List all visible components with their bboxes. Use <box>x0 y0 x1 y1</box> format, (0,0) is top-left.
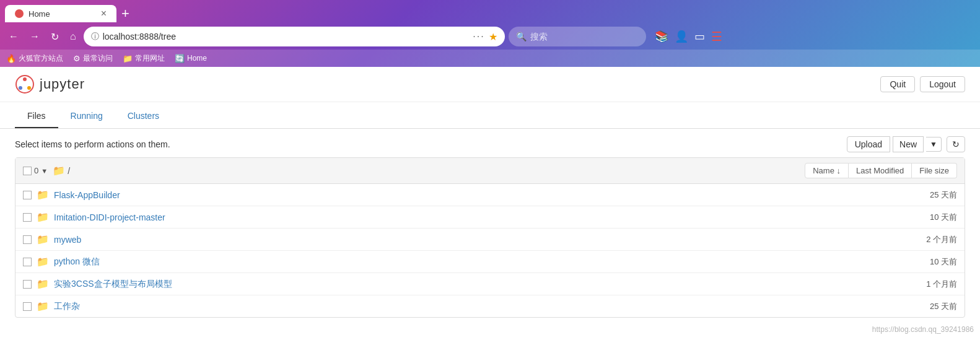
select-all-area: 0 ▼ <box>23 166 48 175</box>
refresh-button[interactable]: ↻ <box>47 28 63 45</box>
file-checkbox-0[interactable] <box>23 191 32 199</box>
file-checkbox-2[interactable] <box>23 235 32 244</box>
forward-button[interactable]: → <box>26 28 43 45</box>
content-area: Select items to perform actions on them.… <box>0 129 980 318</box>
address-bar-wrapper: ⓘ ··· ★ <box>84 27 505 46</box>
quit-button[interactable]: Quit <box>880 76 915 92</box>
account-icon[interactable]: 👤 <box>675 30 688 43</box>
tab-favicon-icon <box>15 9 24 18</box>
jupyter-header: jupyter Quit Logout <box>0 67 980 102</box>
jupyter-logo: jupyter <box>15 74 85 94</box>
file-date-2: 2 个月前 <box>908 234 957 245</box>
bookmarks-bar: 🔥 火狐官方站点 ⚙ 最常访问 📁 常用网址 🔄 Home <box>0 50 980 67</box>
search-bar-wrapper: 🔍 <box>509 27 646 46</box>
file-checkbox-3[interactable] <box>23 258 32 266</box>
file-date-0: 25 天前 <box>908 190 957 201</box>
address-input[interactable] <box>103 32 470 41</box>
file-link-1[interactable]: Imitation-DIDI-project-master <box>54 212 903 222</box>
new-dropdown-button[interactable]: ▼ <box>926 137 942 152</box>
file-link-2[interactable]: myweb <box>54 235 903 245</box>
visited-icon: ⚙ <box>73 54 81 63</box>
table-row: 📁 Flask-AppBuilder 25 天前 <box>15 184 965 206</box>
file-link-5[interactable]: 工作杂 <box>54 301 903 312</box>
sort-buttons: Name ↓ Last Modified File size <box>805 163 957 178</box>
menu-icon[interactable]: ☰ <box>711 29 722 44</box>
select-all-checkbox[interactable] <box>23 167 32 175</box>
fox-icon: 🔥 <box>6 54 16 63</box>
table-header: 0 ▼ 📁 / Name ↓ Last Modified File size <box>15 158 965 184</box>
tab-close-icon[interactable]: × <box>101 9 107 19</box>
tabs-bar: Files Running Clusters <box>0 105 980 129</box>
file-link-3[interactable]: python 微信 <box>54 256 903 268</box>
file-date-5: 25 天前 <box>908 301 957 312</box>
bookmark-foxfire[interactable]: 🔥 火狐官方站点 <box>6 53 63 64</box>
file-date-4: 1 个月前 <box>908 279 957 290</box>
new-tab-button[interactable]: + <box>121 7 129 20</box>
home-bookmark-icon: 🔄 <box>175 54 185 63</box>
back-button[interactable]: ← <box>5 28 22 45</box>
more-icon[interactable]: ··· <box>473 31 484 42</box>
table-row: 📁 Imitation-DIDI-project-master 10 天前 <box>15 206 965 229</box>
folder-icon-3: 📁 <box>37 256 49 268</box>
sort-name-button[interactable]: Name ↓ <box>805 163 849 178</box>
table-row: 📁 工作杂 25 天前 <box>15 295 965 317</box>
svg-point-3 <box>19 86 22 90</box>
bookmark-common[interactable]: 📁 常用网址 <box>123 53 165 64</box>
folder-icon-2: 📁 <box>37 233 49 245</box>
library-icon[interactable]: 📚 <box>655 30 668 43</box>
file-checkbox-4[interactable] <box>23 280 32 289</box>
bookmark-home-label: Home <box>187 54 207 63</box>
bookmark-common-label: 常用网址 <box>135 53 165 64</box>
sort-size-button[interactable]: File size <box>912 163 957 178</box>
content-toolbar: Select items to perform actions on them.… <box>15 129 965 157</box>
sidebar-icon[interactable]: ▭ <box>694 30 705 43</box>
jupyter-title: jupyter <box>40 76 85 92</box>
home-button[interactable]: ⌂ <box>66 28 80 45</box>
root-path-label: / <box>68 166 70 176</box>
svg-point-2 <box>27 86 31 90</box>
watermark: https://blog.csdn.qq_39241986 <box>872 325 974 327</box>
file-link-4[interactable]: 实验3CSS盒子模型与布局模型 <box>54 279 903 290</box>
select-dropdown-icon[interactable]: ▼ <box>41 167 48 175</box>
folder-icon-4: 📁 <box>37 278 49 290</box>
file-date-1: 10 天前 <box>908 212 957 223</box>
bookmark-home[interactable]: 🔄 Home <box>175 54 207 63</box>
file-date-3: 10 天前 <box>908 256 957 268</box>
info-icon: ⓘ <box>91 31 99 42</box>
upload-button[interactable]: Upload <box>847 136 890 152</box>
sort-modified-button[interactable]: Last Modified <box>849 163 912 178</box>
file-link-0[interactable]: Flask-AppBuilder <box>54 190 903 200</box>
jupyter-logo-icon <box>15 74 35 94</box>
browser-chrome: Home × + ← → ↻ ⌂ ⓘ ··· ★ 🔍 📚 👤 ▭ ☰ 🔥 <box>0 0 980 67</box>
table-row: 📁 实验3CSS盒子模型与布局模型 1 个月前 <box>15 273 965 295</box>
bookmark-visited-label: 最常访问 <box>83 53 113 64</box>
svg-point-1 <box>23 77 27 81</box>
bookmark-star-icon[interactable]: ★ <box>489 31 497 43</box>
folder-icon-0: 📁 <box>37 189 49 201</box>
folder-icon-1: 📁 <box>37 211 49 223</box>
bookmark-visited[interactable]: ⚙ 最常访问 <box>73 53 113 64</box>
file-checkbox-5[interactable] <box>23 302 32 311</box>
folder-header-icon: 📁 <box>53 165 65 177</box>
current-path: 📁 / <box>53 165 70 177</box>
tab-title: Home <box>28 9 50 19</box>
search-input[interactable] <box>530 32 639 41</box>
tab-bar: Home × + <box>0 0 980 24</box>
table-row: 📁 python 微信 10 天前 <box>15 251 965 273</box>
tab-files[interactable]: Files <box>15 105 58 128</box>
new-button-label: New <box>899 139 917 149</box>
table-row: 📁 myweb 2 个月前 <box>15 229 965 251</box>
bookmark-foxfire-label: 火狐官方站点 <box>19 53 63 64</box>
tab-clusters[interactable]: Clusters <box>115 105 172 128</box>
new-button[interactable]: New <box>893 136 924 152</box>
active-tab[interactable]: Home × <box>5 5 116 22</box>
file-checkbox-1[interactable] <box>23 213 32 222</box>
header-buttons: Quit Logout <box>880 76 965 92</box>
search-icon: 🔍 <box>516 32 527 41</box>
refresh-files-button[interactable]: ↻ <box>947 136 965 152</box>
tab-running[interactable]: Running <box>58 105 115 128</box>
logout-button[interactable]: Logout <box>920 76 965 92</box>
nav-bar: ← → ↻ ⌂ ⓘ ··· ★ 🔍 📚 👤 ▭ ☰ <box>0 24 980 50</box>
jupyter-content: jupyter Quit Logout Files Running Cluste… <box>0 67 980 327</box>
select-info: Select items to perform actions on them. <box>15 139 170 149</box>
